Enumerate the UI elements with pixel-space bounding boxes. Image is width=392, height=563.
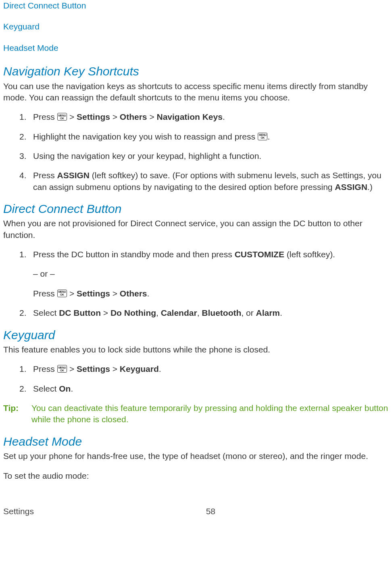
intro-direct-connect-button: When you are not provisioned for Direct … xyxy=(3,218,389,241)
step-text: > xyxy=(147,112,157,121)
tip-label: Tip: xyxy=(3,402,31,425)
list-item: Select On. xyxy=(19,383,389,394)
step-text: > xyxy=(67,112,77,121)
step-text: Select xyxy=(33,308,59,317)
list-item: Using the navigation key or your keypad,… xyxy=(19,150,389,162)
step-text: > xyxy=(67,364,77,373)
steps-navigation-key-shortcuts: Press MENUOK > Settings > Others > Navig… xyxy=(19,111,389,193)
step-text: Press xyxy=(33,364,57,373)
footer-page-number: 58 xyxy=(206,506,215,517)
footer-section: Settings xyxy=(3,506,34,517)
step-text: Press xyxy=(33,112,57,121)
page-footer: Settings 58 xyxy=(3,506,389,517)
menu-ok-icon: MENUOK xyxy=(57,113,67,121)
step-text: > xyxy=(101,308,111,317)
step-text: Highlight the navigation key you wish to… xyxy=(33,132,258,141)
step-bold: Navigation Keys xyxy=(156,112,222,121)
link-direct-connect-button[interactable]: Direct Connect Button xyxy=(3,0,389,11)
step-text: . xyxy=(267,132,270,141)
list-item: Press MENUOK > Settings > Keyguard. xyxy=(19,363,389,375)
step-bold: Settings xyxy=(77,364,110,373)
step-text: (left softkey). xyxy=(284,250,335,259)
step-bold: Settings xyxy=(77,289,110,298)
step-text: Press the DC button in standby mode and … xyxy=(33,250,235,259)
heading-navigation-key-shortcuts: Navigation Key Shortcuts xyxy=(3,63,389,80)
step-text: > xyxy=(110,364,120,373)
step-text: Press xyxy=(33,171,57,180)
list-item: Highlight the navigation key you wish to… xyxy=(19,131,389,142)
step-bold: Others xyxy=(120,112,147,121)
tip-row: Tip: You can deactivate this feature tem… xyxy=(3,402,389,425)
step-bold: On xyxy=(59,384,71,393)
menu-ok-icon: MENUOK xyxy=(258,133,268,140)
heading-direct-connect-button: Direct Connect Button xyxy=(3,201,389,217)
menu-ok-icon: MENUOK xyxy=(57,365,67,373)
heading-keyguard: Keyguard xyxy=(3,327,389,344)
step-bold: Calendar xyxy=(161,308,197,317)
or-separator: – or – xyxy=(33,268,389,279)
subhead-headset-mode: To set the audio mode: xyxy=(3,470,389,482)
step-bold: Do Nothing xyxy=(111,308,156,317)
steps-direct-connect-button: Press the DC button in standby mode and … xyxy=(19,249,389,319)
list-item: Press the DC button in standby mode and … xyxy=(19,249,389,299)
step-text: . xyxy=(71,384,73,393)
step-text: > xyxy=(110,112,120,121)
step-text: . xyxy=(223,112,225,121)
intro-keyguard: This feature enables you to lock side bu… xyxy=(3,344,389,355)
step-bold: Settings xyxy=(77,112,110,121)
step-text: Press xyxy=(33,289,57,298)
intro-headset-mode: Set up your phone for hands-free use, th… xyxy=(3,450,389,462)
link-headset-mode[interactable]: Headset Mode xyxy=(3,42,389,54)
steps-keyguard: Press MENUOK > Settings > Keyguard. Sele… xyxy=(19,363,389,394)
tip-text: You can deactivate this feature temporar… xyxy=(31,402,389,425)
step-bold: DC Button xyxy=(59,308,101,317)
step-bold: Alarm xyxy=(256,308,280,317)
step-bold: Others xyxy=(120,289,147,298)
step-text: , xyxy=(197,308,202,317)
step-bold: ASSIGN xyxy=(57,171,90,180)
step-text: Using the navigation key or your keypad,… xyxy=(33,151,261,161)
intro-navigation-key-shortcuts: You can use the navigation keys as short… xyxy=(3,81,389,104)
step-text: .) xyxy=(367,182,373,192)
step-text: . xyxy=(159,364,161,373)
step-text: , xyxy=(156,308,161,317)
link-keyguard[interactable]: Keyguard xyxy=(3,21,389,32)
menu-ok-icon: MENUOK xyxy=(57,290,67,297)
step-bold: CUSTOMIZE xyxy=(235,250,284,259)
step-text: > xyxy=(110,289,120,298)
step-bold: ASSIGN xyxy=(335,182,367,192)
heading-headset-mode: Headset Mode xyxy=(3,434,389,450)
list-item: Select DC Button > Do Nothing, Calendar,… xyxy=(19,307,389,319)
step-text: > xyxy=(67,289,77,298)
step-bold: Keyguard xyxy=(120,364,159,373)
list-item: Press ASSIGN (left softkey) to save. (Fo… xyxy=(19,170,389,193)
step-bold: Bluetooth xyxy=(202,308,241,317)
step-text: Select xyxy=(33,384,59,393)
step-text: , or xyxy=(241,308,256,317)
step-text: . xyxy=(280,308,282,317)
list-item: Press MENUOK > Settings > Others > Navig… xyxy=(19,111,389,123)
step-text: . xyxy=(147,289,150,298)
alt-step: Press MENUOK > Settings > Others. xyxy=(33,288,389,299)
